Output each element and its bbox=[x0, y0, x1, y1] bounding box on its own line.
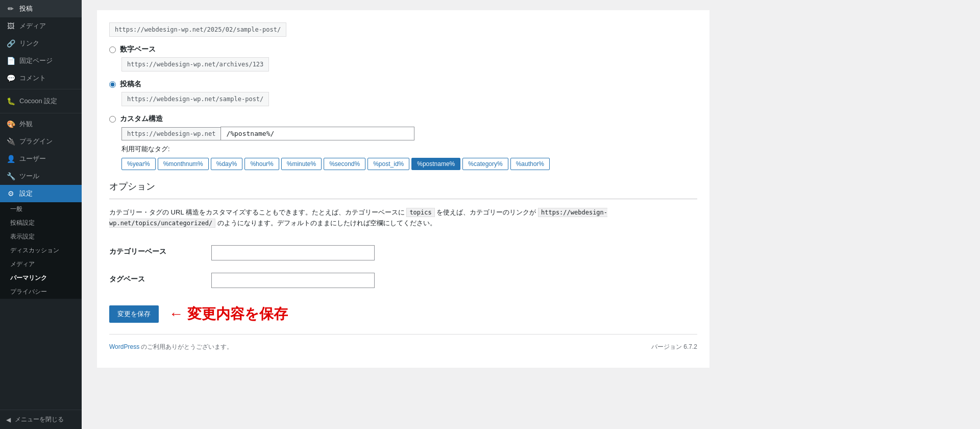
submenu-item-reading[interactable]: 表示設定 bbox=[0, 230, 82, 244]
save-annotation: ← 変更内容を保存 bbox=[169, 304, 288, 324]
sidebar-item-label: 設定 bbox=[19, 189, 33, 198]
custom-prefix: https://webdesign-wp.net bbox=[121, 127, 220, 140]
submenu-item-media[interactable]: メディア bbox=[0, 257, 82, 271]
plugin-icon: 🔌 bbox=[6, 137, 15, 146]
sidebar-item-posts[interactable]: ✏ 投稿 bbox=[0, 0, 82, 17]
custom-radio[interactable] bbox=[109, 116, 116, 123]
sidebar-item-label: プラグイン bbox=[19, 137, 53, 146]
options-code1: topics bbox=[406, 208, 434, 217]
sidebar-item-users[interactable]: 👤 ユーザー bbox=[0, 150, 82, 168]
sidebar-item-plugins[interactable]: 🔌 プラグイン bbox=[0, 133, 82, 150]
settings-submenu: 一般 投稿設定 表示設定 ディスカッション メディア パーマリンク プライバシー bbox=[0, 202, 82, 299]
settings-icon: ⚙ bbox=[6, 189, 15, 198]
submenu-label: プライバシー bbox=[10, 288, 47, 296]
options-desc-part2: を使えば、カテゴリーのリンクが bbox=[436, 208, 536, 216]
numeric-radio[interactable] bbox=[109, 46, 116, 53]
cocoon-icon: 🐛 bbox=[6, 97, 15, 105]
tools-icon: 🔧 bbox=[6, 172, 15, 180]
submenu-label: 一般 bbox=[10, 205, 22, 213]
sidebar-item-label: ツール bbox=[19, 172, 39, 181]
sidebar-item-label: 投稿 bbox=[19, 4, 33, 13]
tag-base-input[interactable] bbox=[211, 273, 375, 288]
footer: WordPress のご利用ありがとうございます。 バージョン 6.7.2 bbox=[109, 334, 697, 355]
sidebar-item-cocoon[interactable]: 🐛 Cocoon 設定 bbox=[0, 91, 82, 111]
submenu-item-permalinks[interactable]: パーマリンク bbox=[0, 271, 82, 285]
tag-button[interactable]: %hour% bbox=[244, 158, 279, 170]
tag-button[interactable]: %category% bbox=[462, 158, 508, 170]
numeric-url: https://webdesign-wp.net/archives/123 bbox=[121, 57, 269, 72]
link-icon: 🔗 bbox=[6, 39, 15, 47]
custom-structure-row: https://webdesign-wp.net bbox=[121, 127, 697, 140]
tag-button[interactable]: %postname% bbox=[411, 158, 460, 170]
footer-suffix: のご利用ありがとうございます。 bbox=[139, 343, 233, 350]
sidebar-item-settings[interactable]: ⚙ 設定 bbox=[0, 185, 82, 202]
options-section-title: オプション bbox=[109, 180, 697, 199]
options-form-table: カテゴリーベース タグベース bbox=[109, 239, 697, 294]
sidebar-item-label: コメント bbox=[19, 74, 46, 83]
collapse-icon: ◀ bbox=[6, 416, 11, 423]
footer-version: バージョン 6.7.2 bbox=[651, 343, 697, 351]
postname-url: https://webdesign-wp.net/sample-post/ bbox=[121, 92, 269, 106]
sidebar-item-label: 外観 bbox=[19, 120, 33, 129]
sidebar-item-label: メディア bbox=[19, 21, 46, 31]
postname-radio[interactable] bbox=[109, 81, 116, 88]
annotation-text: 変更内容を保存 bbox=[187, 304, 288, 324]
submenu-label: 表示設定 bbox=[10, 232, 35, 241]
custom-label[interactable]: カスタム構造 bbox=[120, 114, 163, 124]
submenu-label: メディア bbox=[10, 260, 35, 269]
wordpress-link[interactable]: WordPress bbox=[109, 343, 139, 350]
sidebar-item-media[interactable]: 🖼 メディア bbox=[0, 17, 82, 35]
top-url-preview: https://webdesign-wp.net/2025/02/sample-… bbox=[109, 22, 697, 37]
sidebar-item-comments[interactable]: 💬 コメント bbox=[0, 69, 82, 87]
content-area: https://webdesign-wp.net/2025/02/sample-… bbox=[97, 10, 709, 368]
appearance-icon: 🎨 bbox=[6, 120, 15, 128]
permalink-option-numeric: 数字ベース https://webdesign-wp.net/archives/… bbox=[109, 45, 697, 72]
sidebar-item-label: Cocoon 設定 bbox=[19, 97, 57, 106]
submenu-item-general[interactable]: 一般 bbox=[0, 202, 82, 216]
tags-row: %year%%monthnum%%day%%hour%%minute%%seco… bbox=[121, 158, 697, 170]
tag-base-row: タグベース bbox=[109, 267, 697, 294]
category-base-row: カテゴリーベース bbox=[109, 239, 697, 267]
footer-text: WordPress のご利用ありがとうございます。 bbox=[109, 343, 233, 351]
main-content: https://webdesign-wp.net/2025/02/sample-… bbox=[82, 0, 980, 429]
sidebar-item-appearance[interactable]: 🎨 外観 bbox=[0, 115, 82, 133]
posts-icon: ✏ bbox=[6, 5, 15, 13]
numeric-label[interactable]: 数字ベース bbox=[120, 45, 156, 54]
comment-icon: 💬 bbox=[6, 74, 15, 82]
options-desc-part1: カテゴリー・タグの URL 構造をカスタマイズすることもできます。たとえば、カテ… bbox=[109, 208, 405, 216]
tag-button[interactable]: %author% bbox=[510, 158, 550, 170]
sidebar-item-tools[interactable]: 🔧 ツール bbox=[0, 168, 82, 185]
permalink-option-custom: カスタム構造 https://webdesign-wp.net 利用可能なタグ:… bbox=[109, 114, 697, 170]
sidebar-item-label: ユーザー bbox=[19, 154, 46, 163]
category-base-input[interactable] bbox=[211, 245, 375, 260]
save-row: 変更を保存 ← 変更内容を保存 bbox=[109, 304, 697, 324]
submenu-item-discussion[interactable]: ディスカッション bbox=[0, 244, 82, 257]
tag-button[interactable]: %year% bbox=[121, 158, 156, 170]
permalink-option-postname: 投稿名 https://webdesign-wp.net/sample-post… bbox=[109, 80, 697, 106]
submenu-item-writing[interactable]: 投稿設定 bbox=[0, 216, 82, 230]
category-base-label: カテゴリーベース bbox=[109, 247, 166, 255]
custom-input[interactable] bbox=[220, 127, 414, 140]
submenu-item-privacy[interactable]: プライバシー bbox=[0, 285, 82, 299]
tag-button[interactable]: %day% bbox=[211, 158, 243, 170]
save-button[interactable]: 変更を保存 bbox=[109, 305, 159, 323]
sidebar: ✏ 投稿 🖼 メディア 🔗 リンク 📄 固定ページ 💬 コメント 🐛 Cocoo… bbox=[0, 0, 82, 429]
options-desc-part3: のようになります。デフォルトのままにしたければ空欄にしてください。 bbox=[217, 219, 436, 227]
tag-button[interactable]: %post_id% bbox=[368, 158, 409, 170]
postname-label[interactable]: 投稿名 bbox=[120, 80, 141, 89]
close-menu-label: メニューを閉じる bbox=[15, 415, 64, 424]
options-description: カテゴリー・タグの URL 構造をカスタマイズすることもできます。たとえば、カテ… bbox=[109, 207, 697, 229]
sidebar-item-label: リンク bbox=[19, 39, 39, 48]
page-icon: 📄 bbox=[6, 57, 15, 65]
available-tags-label: 利用可能なタグ: bbox=[121, 145, 697, 154]
tag-button[interactable]: %second% bbox=[324, 158, 365, 170]
sidebar-item-links[interactable]: 🔗 リンク bbox=[0, 35, 82, 52]
submenu-label: 投稿設定 bbox=[10, 219, 35, 227]
close-menu-button[interactable]: ◀ メニューを閉じる bbox=[0, 410, 82, 429]
top-url-text: https://webdesign-wp.net/2025/02/sample-… bbox=[109, 22, 286, 37]
tag-button[interactable]: %monthnum% bbox=[158, 158, 209, 170]
tag-base-label: タグベース bbox=[109, 275, 145, 283]
annotation-arrow: ← bbox=[169, 306, 183, 322]
sidebar-item-pages[interactable]: 📄 固定ページ bbox=[0, 52, 82, 69]
tag-button[interactable]: %minute% bbox=[281, 158, 322, 170]
